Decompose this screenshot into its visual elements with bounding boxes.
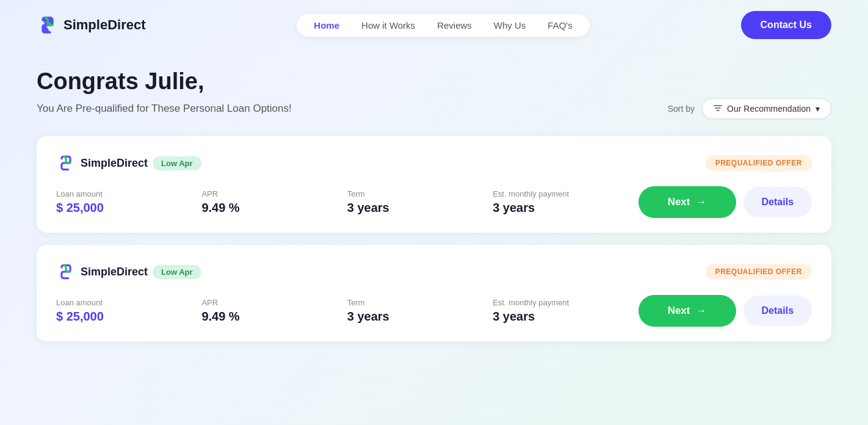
chevron-down-icon: ▾ — [816, 104, 820, 114]
card-1-apr: APR 9.49 % — [201, 189, 347, 215]
logo: SimpleDirect — [37, 14, 146, 36]
card-2-header: SimpleDirect Low Apr PREQUALIFIED OFFER — [56, 262, 812, 282]
sort-label: Sort by — [668, 104, 695, 114]
card-1-term: Term 3 years — [347, 189, 493, 215]
nav-reviews[interactable]: Reviews — [437, 20, 472, 31]
card-1-details-button[interactable]: Details — [743, 187, 812, 217]
nav-how-it-works[interactable]: How it Works — [361, 20, 415, 31]
main-content: Congrats Julie, You Are Pre-qualified fo… — [0, 50, 868, 378]
logo-icon — [37, 14, 59, 36]
logo-text: SimpleDirect — [63, 17, 146, 33]
card-2-loan-amount: Loan amount $ 25,000 — [56, 298, 201, 324]
card-2-fields: Loan amount $ 25,000 APR 9.49 % Term 3 y… — [56, 295, 812, 327]
subtitle: You Are Pre-qualified for These Personal… — [37, 103, 292, 115]
card-1-next-button[interactable]: Next → — [638, 186, 736, 218]
card-2-term: Term 3 years — [347, 298, 493, 324]
arrow-right-icon-2: → — [696, 305, 706, 317]
card-2-logo-icon — [56, 262, 76, 282]
card-1-monthly-payment: Est. monthly payment 3 years — [493, 189, 638, 215]
card-2-next-button[interactable]: Next → — [638, 295, 736, 327]
card-2-logo-area: SimpleDirect Low Apr — [56, 262, 201, 282]
card-1-loan-amount: Loan amount $ 25,000 — [56, 189, 201, 215]
card-1-logo-area: SimpleDirect Low Apr — [56, 153, 201, 173]
sort-area: Sort by Our Recommendation ▾ — [668, 98, 831, 119]
card-1-actions: Next → Details — [638, 186, 812, 218]
card-2-apr: APR 9.49 % — [201, 298, 347, 324]
card-1-header: SimpleDirect Low Apr PREQUALIFIED OFFER — [56, 153, 812, 173]
card-2-details-button[interactable]: Details — [743, 296, 812, 326]
card-1-logo-text: SimpleDirect — [81, 157, 148, 170]
filter-icon — [714, 104, 722, 113]
arrow-right-icon: → — [696, 196, 706, 208]
card-2-low-apr-badge: Low Apr — [153, 265, 201, 279]
subtitle-row: You Are Pre-qualified for These Personal… — [37, 98, 831, 119]
sort-value: Our Recommendation — [727, 104, 811, 114]
card-2-prequalified-badge: PREQUALIFIED OFFER — [706, 264, 812, 280]
card-2-actions: Next → Details — [638, 295, 812, 327]
loan-card-2: SimpleDirect Low Apr PREQUALIFIED OFFER … — [37, 245, 831, 341]
loan-card-1: SimpleDirect Low Apr PREQUALIFIED OFFER … — [37, 136, 831, 233]
card-1-low-apr-badge: Low Apr — [153, 156, 201, 170]
card-2-monthly-payment: Est. monthly payment 3 years — [493, 298, 638, 324]
card-2-logo-text: SimpleDirect — [81, 266, 148, 278]
page-title: Congrats Julie, — [37, 68, 831, 95]
contact-us-button[interactable]: Contact Us — [741, 11, 831, 39]
sort-dropdown[interactable]: Our Recommendation ▾ — [702, 98, 831, 119]
card-1-logo-icon — [56, 153, 76, 173]
nav-faqs[interactable]: FAQ's — [548, 20, 572, 31]
card-1-fields: Loan amount $ 25,000 APR 9.49 % Term 3 y… — [56, 186, 812, 218]
nav-home[interactable]: Home — [314, 20, 339, 31]
nav-why-us[interactable]: Why Us — [494, 20, 526, 31]
header: SimpleDirect Home How it Works Reviews W… — [0, 0, 868, 50]
card-1-prequalified-badge: PREQUALIFIED OFFER — [706, 155, 812, 171]
main-nav: Home How it Works Reviews Why Us FAQ's — [297, 14, 589, 37]
